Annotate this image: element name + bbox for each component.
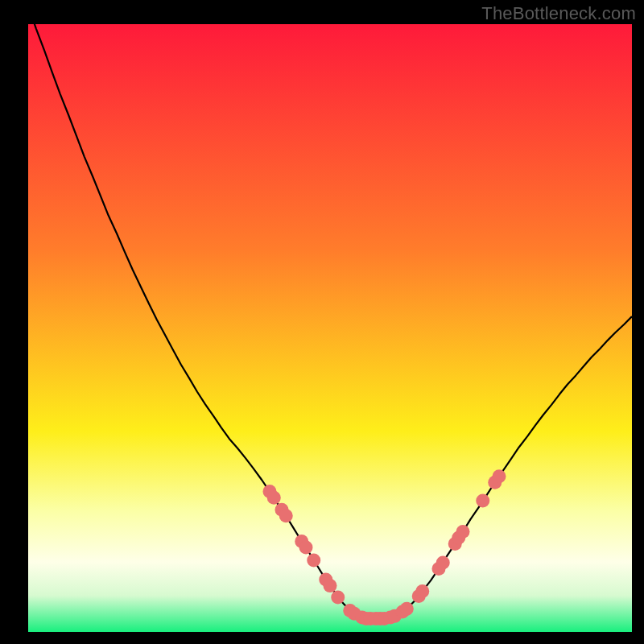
plot-background [28, 24, 632, 632]
curve-marker [331, 590, 345, 604]
curve-marker [267, 491, 281, 505]
curve-marker [307, 553, 320, 567]
curve-marker [456, 525, 470, 539]
curve-marker [476, 493, 489, 507]
curve-marker [324, 579, 337, 592]
curve-marker [415, 584, 429, 598]
watermark-text: TheBottleneck.com [481, 3, 636, 24]
bottleneck-plot [28, 24, 632, 632]
curve-marker [493, 469, 506, 483]
curve-marker [299, 541, 313, 555]
curve-marker [400, 602, 414, 616]
curve-marker [436, 555, 450, 569]
chart-frame: TheBottleneck.com [0, 0, 644, 644]
curve-marker [279, 509, 293, 522]
